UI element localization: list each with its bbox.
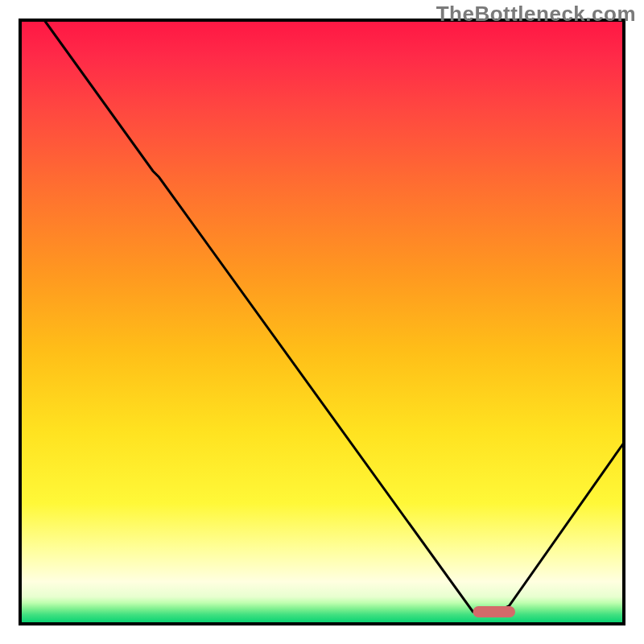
watermark-text: TheBottleneck.com <box>436 2 636 27</box>
optimum-marker <box>473 606 516 617</box>
chart-container: TheBottleneck.com <box>0 0 644 644</box>
bottleneck-chart <box>0 0 644 644</box>
